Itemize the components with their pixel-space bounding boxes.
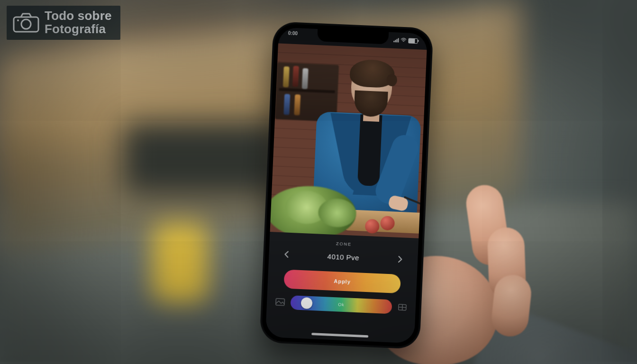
bg-yellow-object xyxy=(152,223,209,303)
watermark-line1: Todo sobre xyxy=(45,9,112,22)
scene-photo: Todo sobre Fotografía 0:00 xyxy=(0,0,637,364)
prev-button[interactable] xyxy=(281,248,293,260)
watermark-text: Todo sobre Fotografía xyxy=(45,9,112,35)
home-indicator[interactable] xyxy=(311,333,368,337)
section-label: ZONE xyxy=(270,238,419,250)
slider-knob[interactable] xyxy=(301,297,313,309)
slider-label: Ok xyxy=(338,302,345,307)
watermark-line2: Fotografía xyxy=(45,23,112,35)
apply-button[interactable]: Apply xyxy=(283,269,401,293)
smartphone: 0:00 xyxy=(259,21,433,349)
editor-panel: ZONE 4010 Pve Apply xyxy=(265,232,419,343)
bg-shelf-opening xyxy=(123,123,284,194)
signal-icon xyxy=(393,37,399,42)
next-button[interactable] xyxy=(394,254,406,265)
preview-image[interactable] xyxy=(270,43,427,238)
chevron-left-icon xyxy=(284,251,290,258)
hue-slider-row: Ok xyxy=(275,294,407,316)
phone-screen: 0:00 xyxy=(265,27,428,343)
photo-foreground-vegetables xyxy=(270,191,420,238)
chevron-right-icon xyxy=(397,256,403,263)
gallery-icon[interactable] xyxy=(275,298,285,306)
photo-bottle xyxy=(294,94,300,115)
camera-icon xyxy=(12,11,40,33)
wifi-icon xyxy=(400,38,406,43)
photo-bottle xyxy=(302,68,309,89)
photo-bottle xyxy=(292,66,299,87)
apply-button-label: Apply xyxy=(334,278,351,285)
svg-point-2 xyxy=(17,19,19,21)
value-carousel: 4010 Pve xyxy=(269,248,418,266)
battery-icon xyxy=(408,38,418,44)
grid-icon[interactable] xyxy=(398,303,408,311)
hue-slider[interactable]: Ok xyxy=(290,295,392,314)
photo-bottle xyxy=(283,94,290,115)
watermark-badge: Todo sobre Fotografía xyxy=(7,6,120,40)
photo-bottle xyxy=(283,66,290,87)
phone-notch xyxy=(317,29,389,45)
status-time: 0:00 xyxy=(288,30,298,40)
carousel-value[interactable]: 4010 Pve xyxy=(327,252,359,262)
svg-point-1 xyxy=(21,19,31,29)
